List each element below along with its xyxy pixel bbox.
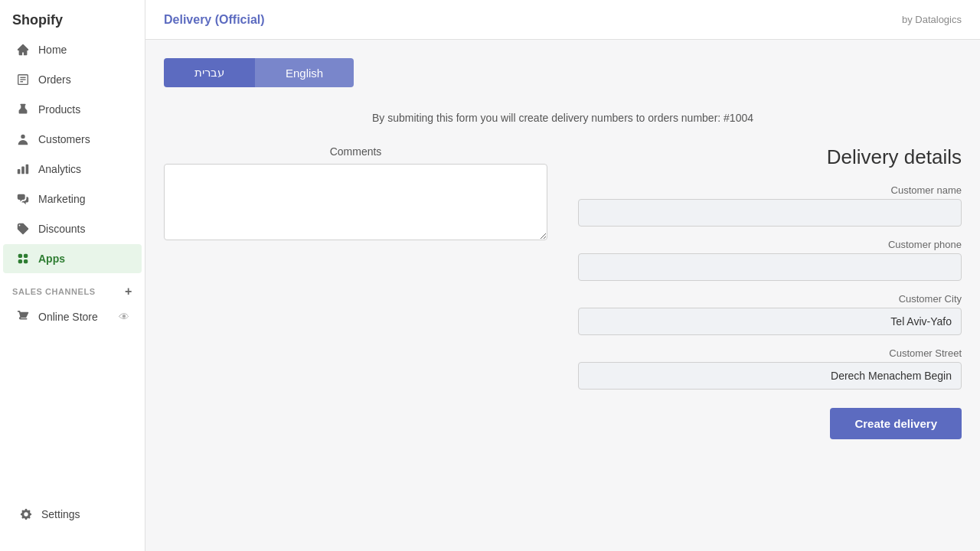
analytics-icon (15, 161, 31, 177)
customer-phone-input[interactable] (578, 253, 962, 281)
online-store-label: Online Store (38, 311, 98, 323)
customer-street-group: Customer Street (578, 347, 962, 390)
sidebar-item-label-orders: Orders (38, 73, 71, 86)
orders-icon (15, 72, 31, 87)
customer-city-group: Customer City (578, 293, 962, 335)
sidebar-item-label-products: Products (38, 103, 80, 116)
settings-label: Settings (41, 508, 80, 520)
sidebar-item-label-apps: Apps (38, 253, 65, 265)
comments-label: Comments (164, 145, 547, 158)
customer-phone-label: Customer phone (578, 239, 962, 250)
info-text: By submiting this form you will create d… (164, 112, 962, 124)
customer-phone-group: Customer phone (578, 239, 962, 281)
home-icon (15, 42, 31, 57)
sidebar-item-discounts[interactable]: Discounts (3, 214, 142, 243)
topbar: Delivery (Official) by Datalogics (145, 0, 980, 40)
online-store-eye-icon[interactable]: 👁 (119, 311, 129, 323)
marketing-icon (15, 191, 31, 207)
sidebar-item-marketing[interactable]: Marketing (3, 184, 142, 214)
add-sales-channel-icon[interactable]: + (125, 285, 132, 298)
sidebar-item-products[interactable]: Products (3, 95, 142, 124)
sidebar-item-label-marketing: Marketing (38, 193, 85, 205)
sidebar-logo: Shopify (0, 0, 145, 34)
content-area: עברית English By submiting this form you… (145, 40, 980, 551)
sidebar-item-label-customers: Customers (38, 133, 90, 145)
customer-name-group: Customer name (578, 184, 962, 227)
sidebar-item-label-discounts: Discounts (38, 223, 85, 235)
online-store-icon (15, 309, 31, 324)
customer-name-input[interactable] (578, 199, 962, 227)
customers-icon (15, 132, 31, 147)
language-tabs: עברית English (164, 58, 962, 87)
comments-textarea[interactable] (164, 164, 547, 240)
customer-street-input[interactable] (578, 362, 962, 390)
sidebar-item-orders[interactable]: Orders (3, 65, 142, 94)
products-icon (15, 102, 31, 117)
sidebar-item-label-home: Home (38, 44, 67, 56)
sidebar-item-home[interactable]: Home (3, 35, 142, 64)
settings-icon (18, 507, 34, 522)
main-area: Delivery (Official) by Datalogics עברית … (145, 0, 980, 551)
customer-name-label: Customer name (578, 184, 962, 196)
sales-channels-label: SALES CHANNELS + (0, 274, 145, 302)
details-section: Delivery details Customer name Customer … (578, 145, 962, 439)
customer-street-label: Customer Street (578, 347, 962, 359)
apps-icon (15, 251, 31, 266)
topbar-credit: by Datalogics (902, 14, 962, 25)
sidebar-footer: Settings (0, 493, 145, 536)
details-title: Delivery details (578, 145, 962, 169)
topbar-title: Delivery (Official) (164, 13, 265, 27)
create-delivery-button[interactable]: Create delivery (830, 408, 962, 439)
discounts-icon (15, 221, 31, 236)
sidebar-item-analytics[interactable]: Analytics (3, 155, 142, 184)
customer-city-label: Customer City (578, 293, 962, 305)
customer-city-input[interactable] (578, 308, 962, 335)
sidebar-item-apps[interactable]: Apps (3, 244, 142, 273)
english-tab[interactable]: English (255, 58, 354, 87)
hebrew-tab[interactable]: עברית (164, 58, 255, 87)
sidebar: Shopify Home Orders Products Customers (0, 0, 145, 551)
sidebar-item-settings[interactable]: Settings (6, 500, 139, 529)
sidebar-nav: Home Orders Products Customers Analytics (0, 34, 145, 493)
sidebar-item-online-store[interactable]: Online Store 👁 (3, 302, 142, 331)
sidebar-item-label-analytics: Analytics (38, 163, 81, 175)
sidebar-item-customers[interactable]: Customers (3, 125, 142, 154)
delivery-form: Comments Delivery details Customer name … (164, 145, 962, 439)
comments-section: Comments (164, 145, 547, 243)
